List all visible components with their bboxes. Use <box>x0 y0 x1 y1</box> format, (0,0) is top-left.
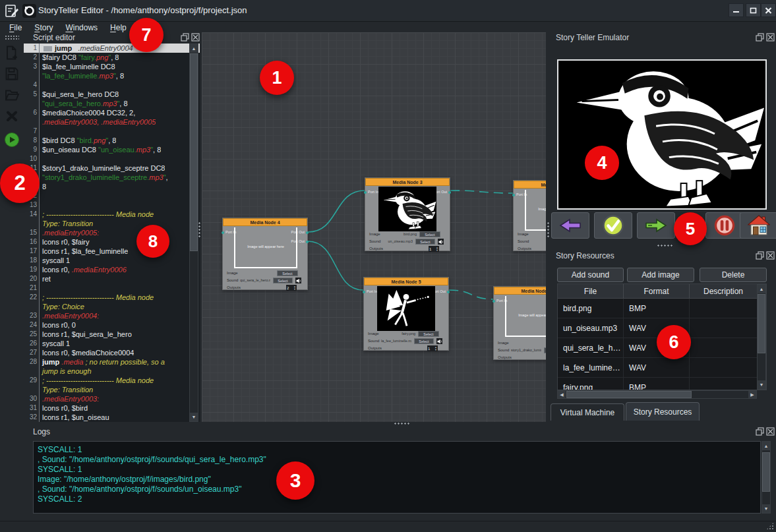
node-title[interactable]: Media Node 6 <box>494 287 546 295</box>
menu-item-help[interactable]: Help <box>110 23 127 32</box>
port-out-dot[interactable] <box>306 231 309 234</box>
node-title[interactable]: Media Node 2 <box>514 181 546 189</box>
port-in-dot[interactable] <box>363 291 365 293</box>
outputs-spinner[interactable]: 1▲▼ <box>429 246 439 252</box>
port-in-dot[interactable] <box>492 300 495 303</box>
code-line[interactable]: 23.mediaEntry0004: <box>24 311 200 320</box>
code-line[interactable]: 1jump .mediaEntry0004 <box>24 44 200 53</box>
port-out-dot[interactable] <box>448 191 451 194</box>
code-line[interactable]: 26syscall 1 <box>24 339 200 348</box>
close-button[interactable] <box>761 3 776 17</box>
code-editor[interactable]: 1jump .mediaEntry00042$fairy DC8 "fairy.… <box>24 44 200 422</box>
code-line[interactable]: 32lcons r1, $un_oiseau <box>24 413 200 422</box>
connection-wire[interactable] <box>450 191 514 193</box>
script-editor-scrollbar[interactable]: ▲ ▼ <box>189 44 198 422</box>
select-sound-button[interactable]: Select <box>544 347 546 353</box>
table-hscrollbar[interactable]: ◀ ▶ <box>557 390 757 399</box>
code-line[interactable]: 27lcons r0, $mediaChoice0004 <box>24 348 200 357</box>
add-sound-button[interactable]: Add sound <box>557 268 624 282</box>
code-line[interactable]: 8 <box>24 182 200 191</box>
code-line[interactable]: 20ret <box>24 274 200 283</box>
media-node-6[interactable]: Media Node 6Port InImage will appear her… <box>493 286 546 360</box>
column-header-file[interactable]: File <box>558 284 624 298</box>
tab-story-resources[interactable]: Story Resources <box>626 402 700 421</box>
save-icon[interactable] <box>4 66 20 82</box>
code-line[interactable]: 15.mediaEntry0005: <box>24 228 200 237</box>
select-sound-button[interactable]: Select <box>414 338 434 344</box>
open-folder-icon[interactable] <box>4 87 20 103</box>
menu-item-windows[interactable]: Windows <box>65 23 98 32</box>
code-line[interactable]: 9$un_oiseau DC8 "un_oiseau.mp3", 8 <box>24 145 200 154</box>
code-line[interactable]: Type: Transition <box>24 219 200 228</box>
select-image-button[interactable]: Select <box>418 331 439 337</box>
code-line[interactable]: 5$qui_sera_le_hero DC8 <box>24 90 200 99</box>
media-node-4[interactable]: Media Node 4Port InPort OutPort OutImage… <box>222 218 308 290</box>
code-line[interactable]: 21 <box>24 283 200 293</box>
select-sound-button[interactable]: Select <box>273 278 293 283</box>
next-button[interactable] <box>637 212 675 239</box>
port-out-dot[interactable] <box>306 241 309 243</box>
close-panel-icon[interactable] <box>191 33 200 42</box>
code-line[interactable]: 31lcons r0, $bird <box>24 403 200 413</box>
code-line[interactable]: "qui_sera_le_hero.mp3", 8 <box>24 99 200 108</box>
speaker-icon[interactable] <box>295 278 301 283</box>
node-title[interactable]: Media Node 5 <box>364 278 448 285</box>
ok-button[interactable] <box>594 212 632 239</box>
connection-wire[interactable] <box>449 290 494 299</box>
code-line[interactable]: 4 <box>24 80 200 90</box>
port-in-dot[interactable] <box>512 194 515 196</box>
node-graph-canvas[interactable]: Media Node 4Port InPort OutPort OutImage… <box>202 32 546 422</box>
resize-grip[interactable] <box>766 522 774 530</box>
table-row[interactable]: bird.pngBMP <box>558 299 766 318</box>
close-panel-icon[interactable] <box>766 427 775 436</box>
log-output[interactable]: SYSCALL: 1, Sound: "/home/anthony/ostpro… <box>33 441 761 514</box>
outputs-spinner[interactable]: 1▲▼ <box>427 345 438 351</box>
code-line[interactable]: 16lcons r0, $fairy <box>24 237 200 247</box>
port-in[interactable]: Port In <box>367 289 377 293</box>
float-panel-icon[interactable] <box>181 33 189 42</box>
code-line[interactable]: 24lcons r0, 0 <box>24 320 200 330</box>
port-in-dot[interactable] <box>364 191 367 194</box>
minimize-button[interactable] <box>729 3 744 17</box>
tab-virtual-machine[interactable]: Virtual Machine <box>551 403 624 421</box>
select-image-button[interactable]: Select <box>419 231 440 237</box>
code-line[interactable]: 25lcons r1, $qui_sera_le_hero <box>24 330 200 339</box>
menu-item-file[interactable]: File <box>9 23 22 32</box>
menu-item-story[interactable]: Story <box>34 23 53 32</box>
previous-button[interactable] <box>551 212 589 239</box>
column-header-format[interactable]: Format <box>624 284 690 298</box>
splitter-handle[interactable] <box>547 222 550 239</box>
code-line[interactable]: 19lcons r0, .mediaEntry0006 <box>24 265 200 274</box>
maximize-button[interactable] <box>746 3 761 17</box>
logs-scrollbar[interactable]: ▲ ▼ <box>761 441 771 514</box>
media-node-5[interactable]: Media Node 5Port InPort OutImagefairy.pn… <box>363 277 449 351</box>
code-line[interactable]: 6$mediaChoice0004 DC32, 2, <box>24 108 200 117</box>
code-line[interactable]: 28jump .media ; no return possible, so a <box>24 357 200 367</box>
float-panel-icon[interactable] <box>756 33 764 42</box>
media-node-3[interactable]: Media Node 3Port InPort OutImagebird.png… <box>365 177 450 251</box>
select-sound-button[interactable]: Select <box>415 239 435 245</box>
outputs-spinner[interactable]: 2▲▼ <box>286 285 297 291</box>
float-panel-icon[interactable] <box>756 251 764 260</box>
code-line[interactable]: 7 <box>24 127 200 136</box>
run-icon[interactable] <box>4 132 20 148</box>
float-panel-icon[interactable] <box>756 427 764 436</box>
connection-wire[interactable] <box>308 191 365 232</box>
select-image-button[interactable]: Select <box>277 270 298 276</box>
toolbar-drag-handle[interactable] <box>5 35 19 40</box>
code-line[interactable]: 29; ---------------------------- Media n… <box>24 376 200 385</box>
code-line[interactable]: "story1_drako_luminelle_sceptre.mp3", <box>24 173 200 182</box>
node-title[interactable]: Media Node 3 <box>365 178 450 186</box>
node-title[interactable]: Media Node 4 <box>223 218 307 226</box>
port-out-dot[interactable] <box>447 291 450 293</box>
close-panel-icon[interactable] <box>766 251 775 260</box>
column-header-description[interactable]: Description <box>690 284 758 298</box>
code-line[interactable]: 2$fairy DC8 "fairy.png", 8 <box>24 53 200 62</box>
code-line[interactable]: 11$story1_drako_luminelle_sceptre DC8 <box>24 163 200 173</box>
code-line[interactable]: 8$bird DC8 "bird.png", 8 <box>24 136 200 145</box>
code-line[interactable]: 14; ---------------------------- Media n… <box>24 210 200 219</box>
code-line[interactable]: 30.mediaEntry0003: <box>24 394 200 403</box>
speaker-icon[interactable] <box>436 338 442 344</box>
table-row[interactable]: fairy.pngBMP <box>558 378 766 390</box>
table-row[interactable]: la_fee_lumine…WAV <box>558 358 766 378</box>
